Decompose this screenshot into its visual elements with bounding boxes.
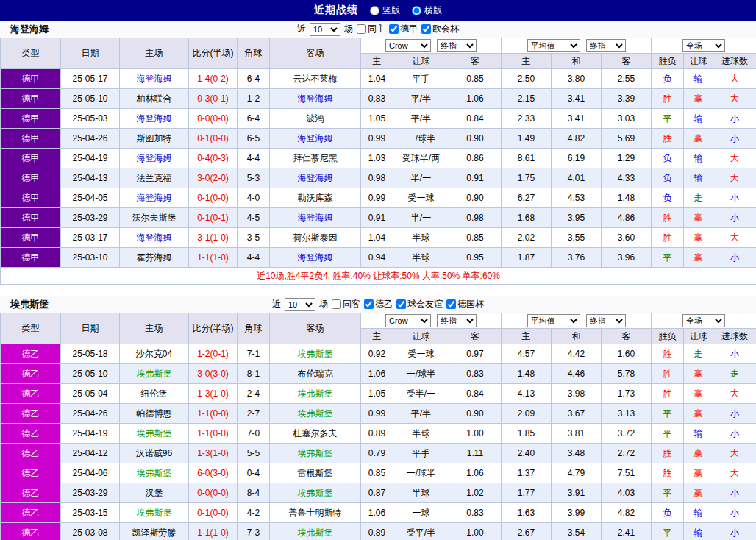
home-team[interactable]: 海登海姆	[120, 149, 189, 168]
checkbox-icon[interactable]	[396, 299, 406, 309]
home-team[interactable]: 海登海姆	[120, 188, 189, 208]
away-team[interactable]: 海登海姆	[270, 168, 361, 188]
away-team[interactable]: 普鲁士明斯特	[270, 503, 361, 523]
score[interactable]: 0-0(0-0)	[189, 483, 238, 503]
away-team[interactable]: 杜塞尔多夫	[270, 424, 361, 444]
home-handicap-odds: 0.99	[361, 404, 393, 424]
score[interactable]: 1-1(1-0)	[189, 248, 238, 268]
home-team[interactable]: 沙尔克04	[120, 344, 189, 364]
away-team[interactable]: 埃弗斯堡	[270, 344, 361, 364]
score[interactable]: 3-0(2-0)	[189, 168, 238, 188]
home-team[interactable]: 沃尔夫斯堡	[120, 208, 189, 228]
filter-checkbox-1[interactable]: 德乙	[364, 298, 393, 310]
avg-draw-odds: 4.46	[552, 364, 602, 384]
score[interactable]: 1-1(1-0)	[189, 523, 238, 540]
home-team[interactable]: 柏林联合	[120, 89, 189, 109]
score[interactable]: 1-1(0-0)	[189, 404, 238, 424]
layout-option-horizontal[interactable]: 横版	[412, 4, 442, 17]
home-handicap-odds: 1.03	[361, 149, 393, 168]
avg-home-odds: 1.37	[502, 463, 552, 483]
result-outcome: 胜	[652, 384, 684, 404]
home-team[interactable]: 埃弗斯堡	[120, 424, 189, 444]
away-team[interactable]: 拜仁慕尼黑	[270, 149, 361, 168]
away-team[interactable]: 埃弗斯堡	[270, 483, 361, 503]
away-team[interactable]: 海登海姆	[270, 129, 361, 149]
checkbox-icon[interactable]	[446, 299, 456, 309]
away-team[interactable]: 海登海姆	[270, 248, 361, 268]
home-team[interactable]: 斯图加特	[120, 129, 189, 149]
scope-select[interactable]: 全场	[682, 314, 725, 327]
away-team[interactable]: 海登海姆	[270, 208, 361, 228]
score[interactable]: 1-4(0-2)	[189, 69, 238, 89]
score[interactable]: 0-4(0-3)	[189, 149, 238, 168]
away-team[interactable]: 波鸿	[270, 109, 361, 129]
away-team[interactable]: 荷尔斯泰因	[270, 228, 361, 248]
home-team[interactable]: 汉堡	[120, 483, 189, 503]
home-team[interactable]: 汉诺威96	[120, 444, 189, 463]
filter-checkbox-0[interactable]: 同客	[332, 298, 360, 310]
score[interactable]: 0-1(0-0)	[189, 129, 238, 149]
home-team[interactable]: 纽伦堡	[120, 384, 189, 404]
score[interactable]: 1-1(0-0)	[189, 424, 238, 444]
average-stage-select[interactable]: 终指	[586, 39, 626, 52]
away-team[interactable]: 埃弗斯堡	[270, 523, 361, 540]
away-team[interactable]: 云达不莱梅	[270, 69, 361, 89]
score[interactable]: 0-0(0-0)	[189, 109, 238, 129]
league-badge: 德乙	[1, 364, 61, 384]
home-team[interactable]: 凯泽斯劳滕	[120, 523, 189, 540]
checkbox-icon[interactable]	[364, 299, 374, 309]
home-team[interactable]: 埃弗斯堡	[120, 463, 189, 483]
match-count-select[interactable]: 10	[310, 23, 340, 36]
average-stage-select[interactable]: 终指	[586, 314, 626, 327]
away-team[interactable]: 埃弗斯堡	[270, 444, 361, 463]
scope-select[interactable]: 全场	[682, 39, 725, 52]
home-team[interactable]: 法兰克福	[120, 168, 189, 188]
layout-option-vertical[interactable]: 竖版	[370, 4, 400, 17]
odds-stage-select[interactable]: 终指	[437, 39, 477, 52]
away-team[interactable]: 雷根斯堡	[270, 463, 361, 483]
match-row: 德乙25-04-19埃弗斯堡1-1(0-0)7-0杜塞尔多夫0.89半球1.00…	[1, 424, 756, 444]
odds-stage-select[interactable]: 终指	[437, 314, 477, 327]
filter-checkbox-0[interactable]: 同主	[357, 23, 385, 35]
home-team[interactable]: 海登海姆	[120, 69, 189, 89]
topbar: 近期战绩 竖版 横版	[0, 0, 756, 21]
score[interactable]: 6-0(3-0)	[189, 463, 238, 483]
filter-checkbox-3[interactable]: 德国杯	[446, 298, 484, 310]
home-team[interactable]: 埃弗斯堡	[120, 503, 189, 523]
score[interactable]: 0-1(0-0)	[189, 503, 238, 523]
match-row: 德乙25-03-08凯泽斯劳滕1-1(1-0)7-3埃弗斯堡0.89受平/半1.…	[1, 523, 756, 540]
home-team[interactable]: 埃弗斯堡	[120, 364, 189, 384]
away-team[interactable]: 勒沃库森	[270, 188, 361, 208]
checkbox-icon[interactable]	[421, 24, 431, 34]
away-team[interactable]: 埃弗斯堡	[270, 384, 361, 404]
score[interactable]: 0-1(0-1)	[189, 208, 238, 228]
score[interactable]: 1-3(1-0)	[189, 444, 238, 463]
score[interactable]: 3-1(1-0)	[189, 228, 238, 248]
checkbox-icon[interactable]	[389, 24, 399, 34]
score[interactable]: 0-3(0-1)	[189, 89, 238, 109]
match-count-select[interactable]: 10	[285, 298, 315, 311]
score[interactable]: 3-0(3-0)	[189, 364, 238, 384]
filter-checkbox-1[interactable]: 德甲	[389, 23, 418, 35]
home-team[interactable]: 海登海姆	[120, 109, 189, 129]
score[interactable]: 1-2(0-1)	[189, 344, 238, 364]
filter-checkbox-2[interactable]: 欧会杯	[421, 23, 459, 35]
vertical-radio[interactable]	[370, 6, 379, 15]
average-select[interactable]: 平均值	[527, 314, 580, 327]
filter-checkbox-2[interactable]: 球会友谊	[396, 298, 443, 310]
home-team[interactable]: 帕德博恩	[120, 404, 189, 424]
avg-away-odds: 1.48	[602, 188, 652, 208]
odds-company-select[interactable]: Crow	[385, 314, 431, 327]
away-team[interactable]: 布伦瑞克	[270, 364, 361, 384]
score[interactable]: 1-3(1-0)	[189, 384, 238, 404]
checkbox-icon[interactable]	[332, 299, 341, 309]
score[interactable]: 0-1(0-0)	[189, 188, 238, 208]
away-team[interactable]: 埃弗斯堡	[270, 404, 361, 424]
checkbox-icon[interactable]	[357, 24, 366, 34]
average-select[interactable]: 平均值	[527, 39, 580, 52]
away-team[interactable]: 海登海姆	[270, 89, 361, 109]
odds-company-select[interactable]: Crow	[385, 39, 431, 52]
home-team[interactable]: 霍芬海姆	[120, 248, 189, 268]
home-team[interactable]: 海登海姆	[120, 228, 189, 248]
horizontal-radio[interactable]	[412, 6, 421, 15]
